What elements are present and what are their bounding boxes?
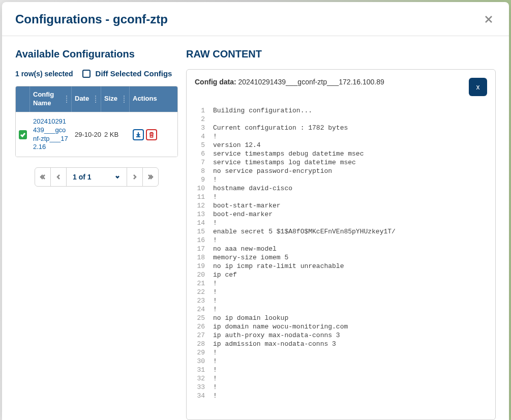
pagination: 1 of 1 [15,167,178,187]
col-date[interactable]: Date [72,86,101,112]
row-checkbox[interactable] [16,125,30,144]
config-data-key: Config data: [195,78,236,86]
col-size-label: Size [104,95,117,103]
code-viewer[interactable]: 1234567891011121314151617181920212223242… [195,106,487,419]
grip-icon [94,96,98,103]
grip-icon [122,96,126,103]
col-checkbox [16,86,30,112]
checkbox-icon [82,70,91,78]
page-label: 1 of 1 [73,173,92,181]
col-name-label: Config Name [33,91,65,108]
cell-actions [130,124,177,145]
page-last-button[interactable] [142,167,159,187]
page-next-button[interactable] [127,167,143,187]
config-table: Config Name Date Size Actions [15,86,178,157]
page-prev-button[interactable] [50,167,67,187]
left-panel: Available Configurations 1 row(s) select… [15,48,178,420]
page-first-button[interactable] [35,167,51,187]
available-configs-title: Available Configurations [15,48,178,60]
selection-row: 1 row(s) selected Diff Selected Configs [15,69,178,78]
raw-content-panel: Config data: 202410291439___gconf-ztp___… [186,69,496,420]
grip-icon [65,96,68,103]
cell-size: 2 KB [101,126,130,143]
modal-header: Configurations - gconf-ztp [2,2,509,36]
modal-title: Configurations - gconf-ztp [15,12,168,26]
diff-selected-checkbox[interactable]: Diff Selected Configs [82,69,172,78]
raw-header: Config data: 202410291439___gconf-ztp___… [195,78,487,96]
line-numbers: 1234567891011121314151617181920212223242… [195,106,213,419]
cell-date: 29-10-20 [72,126,101,143]
trash-icon[interactable] [146,129,157,140]
download-icon[interactable] [133,129,144,140]
checkbox-checked-icon [19,130,27,139]
page-select[interactable]: 1 of 1 [66,167,127,187]
col-size[interactable]: Size [101,86,130,112]
close-icon[interactable] [482,12,496,26]
cell-config-name[interactable]: 202410291439___gconf-ztp___172.16 [30,112,72,157]
modal-body: Available Configurations 1 row(s) select… [2,36,509,420]
table-row[interactable]: 202410291439___gconf-ztp___172.16 29-10-… [16,112,177,157]
diff-label: Diff Selected Configs [96,69,172,78]
rows-selected-text: 1 row(s) selected [15,70,73,78]
raw-content-title: RAW CONTENT [186,48,496,60]
config-data-label: Config data: 202410291439___gconf-ztp___… [195,78,384,86]
right-panel: RAW CONTENT Config data: 202410291439___… [186,48,496,420]
chevron-down-icon [114,174,121,180]
col-date-label: Date [75,95,89,103]
col-config-name[interactable]: Config Name [30,86,72,112]
close-panel-button[interactable]: x [469,78,487,96]
code-content: Building configuration...Current configu… [213,106,487,419]
table-header: Config Name Date Size Actions [16,86,177,112]
col-actions: Actions [130,86,177,112]
col-actions-label: Actions [133,95,157,103]
config-data-value: 202410291439___gconf-ztp___172.16.100.89 [238,78,384,86]
config-modal: Configurations - gconf-ztp Available Con… [2,2,509,420]
